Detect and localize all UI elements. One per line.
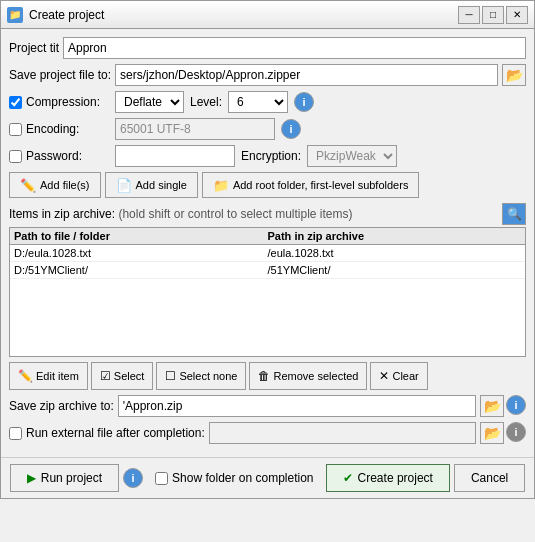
footer-info-button[interactable]: i bbox=[123, 468, 143, 488]
compression-method-select[interactable]: Deflate bbox=[115, 91, 184, 113]
encoding-checkbox[interactable] bbox=[9, 123, 22, 136]
remove-selected-button[interactable]: 🗑 Remove selected bbox=[249, 362, 367, 390]
add-root-icon: 📁 bbox=[213, 178, 229, 193]
compression-checkbox[interactable] bbox=[9, 96, 22, 109]
show-folder-label[interactable]: Show folder on completion bbox=[155, 471, 313, 485]
minimize-button[interactable]: ─ bbox=[458, 6, 480, 24]
run-external-info-button[interactable]: i bbox=[506, 422, 526, 442]
run-external-input bbox=[209, 422, 476, 444]
compression-info-button[interactable]: i bbox=[294, 92, 314, 112]
add-files-button[interactable]: ✏️ Add file(s) bbox=[9, 172, 101, 198]
title-buttons: ─ □ ✕ bbox=[458, 6, 528, 24]
add-root-label: Add root folder, first-level subfolders bbox=[233, 179, 408, 191]
clear-button[interactable]: ✕ Clear bbox=[370, 362, 427, 390]
project-title-input[interactable] bbox=[63, 37, 526, 59]
add-single-icon: 📄 bbox=[116, 178, 132, 193]
action-buttons-row: ✏️ Edit item ☑ Select ☐ Select none 🗑 Re… bbox=[9, 362, 526, 390]
archive-label: Items in zip archive: (hold shift or con… bbox=[9, 207, 352, 221]
select-icon: ☑ bbox=[100, 369, 111, 383]
run-external-browse-button[interactable]: 📂 bbox=[480, 422, 504, 444]
show-folder-checkbox[interactable] bbox=[155, 472, 168, 485]
archive-container[interactable]: Path to file / folder Path in zip archiv… bbox=[9, 227, 526, 357]
encryption-select: PkzipWeak bbox=[307, 145, 397, 167]
table-row[interactable]: D:/51YMClient/ /51YMClient/ bbox=[10, 262, 525, 279]
encryption-label: Encryption: bbox=[241, 149, 301, 163]
title-bar-left: 📁 Create project bbox=[7, 7, 104, 23]
run-external-checkbox[interactable] bbox=[9, 427, 22, 440]
main-window: 📁 Create project ─ □ ✕ Project tit Save … bbox=[0, 0, 535, 499]
archive-col-path-header: Path to file / folder bbox=[14, 230, 268, 242]
encoding-input bbox=[115, 118, 275, 140]
create-project-icon: ✔ bbox=[343, 471, 353, 485]
add-single-label: Add single bbox=[136, 179, 187, 191]
save-file-label: Save project file to: bbox=[9, 68, 111, 82]
window-title: Create project bbox=[29, 8, 104, 22]
save-zip-browse-button[interactable]: 📂 bbox=[480, 395, 504, 417]
save-zip-buttons: 📂 i bbox=[480, 395, 526, 417]
close-button[interactable]: ✕ bbox=[506, 6, 528, 24]
compression-label: Compression: bbox=[26, 95, 100, 109]
archive-rows: D:/eula.1028.txt /eula.1028.txt D:/51YMC… bbox=[10, 245, 525, 279]
save-file-browse-button[interactable]: 📂 bbox=[502, 64, 526, 86]
select-button[interactable]: ☑ Select bbox=[91, 362, 154, 390]
remove-selected-label: Remove selected bbox=[273, 370, 358, 382]
save-zip-input[interactable] bbox=[118, 395, 476, 417]
encoding-checkbox-label[interactable]: Encoding: bbox=[9, 122, 109, 136]
archive-cell-path: D:/eula.1028.txt bbox=[14, 247, 268, 259]
save-zip-info-button[interactable]: i bbox=[506, 395, 526, 415]
encoding-row: Encoding: i bbox=[9, 118, 526, 140]
content-area: Project tit Save project file to: 📂 Comp… bbox=[1, 29, 534, 457]
table-row[interactable]: D:/eula.1028.txt /eula.1028.txt bbox=[10, 245, 525, 262]
archive-search-button[interactable]: 🔍 bbox=[502, 203, 526, 225]
archive-col-zip-header: Path in zip archive bbox=[268, 230, 522, 242]
save-zip-row: Save zip archive to: 📂 i bbox=[9, 395, 526, 417]
password-input[interactable] bbox=[115, 145, 235, 167]
edit-item-icon: ✏️ bbox=[18, 369, 33, 383]
edit-item-label: Edit item bbox=[36, 370, 79, 382]
add-files-icon: ✏️ bbox=[20, 178, 36, 193]
cancel-button[interactable]: Cancel bbox=[454, 464, 525, 492]
run-project-icon: ▶ bbox=[27, 471, 36, 485]
archive-cell-zip: /51YMClient/ bbox=[268, 264, 522, 276]
window-icon: 📁 bbox=[7, 7, 23, 23]
run-external-row: Run external file after completion: 📂 i bbox=[9, 422, 526, 444]
select-none-button[interactable]: ☐ Select none bbox=[156, 362, 246, 390]
clear-icon: ✕ bbox=[379, 369, 389, 383]
archive-label-row: Items in zip archive: (hold shift or con… bbox=[9, 203, 526, 225]
compression-row: Compression: Deflate Level: 6 i bbox=[9, 91, 526, 113]
save-file-row: Save project file to: 📂 bbox=[9, 64, 526, 86]
password-row: Password: Encryption: PkzipWeak bbox=[9, 145, 526, 167]
password-label: Password: bbox=[26, 149, 82, 163]
run-external-buttons: 📂 i bbox=[480, 422, 526, 444]
maximize-button[interactable]: □ bbox=[482, 6, 504, 24]
run-project-label: Run project bbox=[41, 471, 102, 485]
level-label: Level: bbox=[190, 95, 222, 109]
select-none-icon: ☐ bbox=[165, 369, 176, 383]
toolbar-row: ✏️ Add file(s) 📄 Add single 📁 Add root f… bbox=[9, 172, 526, 198]
compression-level-select[interactable]: 6 bbox=[228, 91, 288, 113]
run-project-button[interactable]: ▶ Run project bbox=[10, 464, 119, 492]
run-external-label[interactable]: Run external file after completion: bbox=[9, 426, 205, 440]
create-project-button[interactable]: ✔ Create project bbox=[326, 464, 450, 492]
edit-item-button[interactable]: ✏️ Edit item bbox=[9, 362, 88, 390]
save-file-input[interactable] bbox=[115, 64, 498, 86]
title-bar: 📁 Create project ─ □ ✕ bbox=[1, 1, 534, 29]
encoding-info-button[interactable]: i bbox=[281, 119, 301, 139]
project-title-label: Project tit bbox=[9, 41, 59, 55]
add-single-button[interactable]: 📄 Add single bbox=[105, 172, 198, 198]
encoding-label: Encoding: bbox=[26, 122, 79, 136]
add-files-label: Add file(s) bbox=[40, 179, 90, 191]
clear-label: Clear bbox=[392, 370, 418, 382]
password-checkbox[interactable] bbox=[9, 150, 22, 163]
add-root-button[interactable]: 📁 Add root folder, first-level subfolder… bbox=[202, 172, 419, 198]
save-zip-label: Save zip archive to: bbox=[9, 399, 114, 413]
archive-cell-zip: /eula.1028.txt bbox=[268, 247, 522, 259]
select-label: Select bbox=[114, 370, 145, 382]
create-project-label: Create project bbox=[358, 471, 433, 485]
archive-cell-path: D:/51YMClient/ bbox=[14, 264, 268, 276]
password-checkbox-label[interactable]: Password: bbox=[9, 149, 109, 163]
project-title-row: Project tit bbox=[9, 37, 526, 59]
show-folder-text: Show folder on completion bbox=[172, 471, 313, 485]
footer-row: ▶ Run project i Show folder on completio… bbox=[1, 457, 534, 498]
compression-checkbox-label[interactable]: Compression: bbox=[9, 95, 109, 109]
